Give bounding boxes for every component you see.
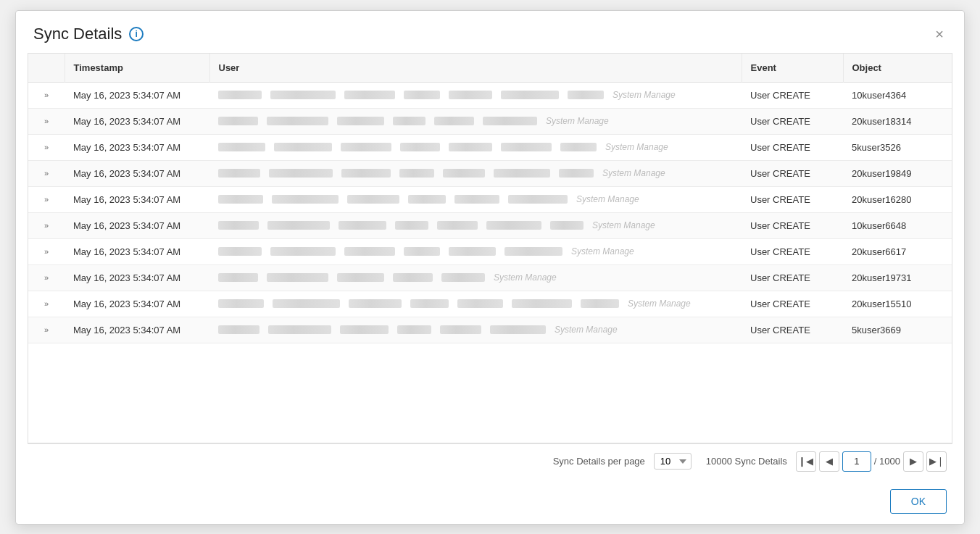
user-redacted: System Manage <box>218 325 733 335</box>
object-cell: 20kuser15510 <box>843 291 952 317</box>
next-page-button[interactable]: ▶ <box>903 451 923 472</box>
table-header-row: Timestamp User Event Object <box>28 54 952 83</box>
user-cell: System Manage <box>209 238 742 264</box>
dialog-body: Timestamp User Event Object »May 16, 202… <box>16 53 964 479</box>
per-page-label: Sync Details per page <box>553 456 645 467</box>
user-redacted: System Manage <box>218 142 733 152</box>
expand-cell[interactable]: » <box>28 82 65 108</box>
dialog-header: Sync Details i × <box>16 11 964 53</box>
table-row: »May 16, 2023 5:34:07 AMSystem ManageUse… <box>28 264 952 291</box>
col-header-user[interactable]: User <box>209 54 742 83</box>
timestamp-cell: May 16, 2023 5:34:07 AM <box>65 134 209 160</box>
table-row: »May 16, 2023 5:34:07 AMSystem ManageUse… <box>28 317 952 343</box>
expand-button[interactable]: » <box>37 195 56 204</box>
user-redacted: System Manage <box>218 220 733 230</box>
table-row: »May 16, 2023 5:34:07 AMSystem ManageUse… <box>28 212 952 238</box>
event-cell: User CREATE <box>742 317 843 343</box>
prev-page-button[interactable]: ◀ <box>819 451 839 472</box>
ok-button[interactable]: OK <box>890 489 947 514</box>
user-cell: System Manage <box>209 134 742 160</box>
user-cell: System Manage <box>209 264 742 291</box>
event-cell: User CREATE <box>742 264 843 291</box>
table-row: »May 16, 2023 5:34:07 AMSystem ManageUse… <box>28 186 952 212</box>
sync-details-table: Timestamp User Event Object »May 16, 202… <box>28 54 952 343</box>
expand-cell[interactable]: » <box>28 108 65 134</box>
expand-button[interactable]: » <box>37 169 56 178</box>
timestamp-cell: May 16, 2023 5:34:07 AM <box>65 108 209 134</box>
sync-details-dialog: Sync Details i × Timestamp User Event Ob… <box>15 10 965 525</box>
table-row: »May 16, 2023 5:34:07 AMSystem ManageUse… <box>28 108 952 134</box>
object-cell: 5kuser3526 <box>843 134 952 160</box>
event-cell: User CREATE <box>742 82 843 108</box>
expand-button[interactable]: » <box>37 143 56 151</box>
object-cell: 20kuser19849 <box>843 160 952 186</box>
info-icon[interactable]: i <box>129 27 144 41</box>
user-redacted: System Manage <box>218 272 733 283</box>
user-cell: System Manage <box>209 82 742 108</box>
table-row: »May 16, 2023 5:34:07 AMSystem ManageUse… <box>28 238 952 264</box>
expand-button[interactable]: » <box>37 247 56 256</box>
user-redacted: System Manage <box>218 194 733 204</box>
first-page-button[interactable]: ❙◀ <box>796 451 816 472</box>
timestamp-cell: May 16, 2023 5:34:07 AM <box>65 82 209 108</box>
col-header-object[interactable]: Object <box>843 54 952 83</box>
object-cell: 20kuser18314 <box>843 108 952 134</box>
expand-cell[interactable]: » <box>28 291 65 317</box>
per-page-select[interactable]: 10 20 50 100 <box>654 453 692 470</box>
pagination-controls: ❙◀ ◀ / 1000 ▶ ▶❘ <box>796 451 947 472</box>
expand-cell[interactable]: » <box>28 238 65 264</box>
user-cell: System Manage <box>209 186 742 212</box>
current-page-input[interactable] <box>842 451 871 472</box>
timestamp-cell: May 16, 2023 5:34:07 AM <box>65 291 209 317</box>
dialog-title: Sync Details i <box>33 25 144 43</box>
event-cell: User CREATE <box>742 108 843 134</box>
expand-button[interactable]: » <box>37 325 56 334</box>
close-button[interactable]: × <box>932 24 947 44</box>
expand-cell[interactable]: » <box>28 134 65 160</box>
col-header-event[interactable]: Event <box>742 54 843 83</box>
event-cell: User CREATE <box>742 134 843 160</box>
user-redacted: System Manage <box>218 299 733 309</box>
object-cell: 10kuser4364 <box>843 82 952 108</box>
col-header-timestamp[interactable]: Timestamp <box>65 54 209 83</box>
timestamp-cell: May 16, 2023 5:34:07 AM <box>65 264 209 291</box>
expand-button[interactable]: » <box>37 117 56 125</box>
user-redacted: System Manage <box>218 246 733 256</box>
table-container[interactable]: Timestamp User Event Object »May 16, 202… <box>28 53 952 443</box>
event-cell: User CREATE <box>742 291 843 317</box>
user-redacted: System Manage <box>218 90 733 100</box>
timestamp-cell: May 16, 2023 5:34:07 AM <box>65 317 209 343</box>
event-cell: User CREATE <box>742 160 843 186</box>
user-cell: System Manage <box>209 317 742 343</box>
expand-button[interactable]: » <box>37 91 56 99</box>
expand-cell[interactable]: » <box>28 212 65 238</box>
total-count: 10000 Sync Details <box>706 456 787 467</box>
user-cell: System Manage <box>209 108 742 134</box>
event-cell: User CREATE <box>742 238 843 264</box>
expand-cell[interactable]: » <box>28 160 65 186</box>
timestamp-cell: May 16, 2023 5:34:07 AM <box>65 212 209 238</box>
object-cell: 20kuser19731 <box>843 264 952 291</box>
expand-cell[interactable]: » <box>28 264 65 291</box>
user-redacted: System Manage <box>218 116 733 126</box>
object-cell: 20kuser16280 <box>843 186 952 212</box>
expand-cell[interactable]: » <box>28 317 65 343</box>
expand-cell[interactable]: » <box>28 186 65 212</box>
expand-button[interactable]: » <box>37 221 56 230</box>
timestamp-cell: May 16, 2023 5:34:07 AM <box>65 160 209 186</box>
table-row: »May 16, 2023 5:34:07 AMSystem ManageUse… <box>28 160 952 186</box>
table-row: »May 16, 2023 5:34:07 AMSystem ManageUse… <box>28 291 952 317</box>
last-page-button[interactable]: ▶❘ <box>926 451 947 472</box>
table-row: »May 16, 2023 5:34:07 AMSystem ManageUse… <box>28 134 952 160</box>
timestamp-cell: May 16, 2023 5:34:07 AM <box>65 186 209 212</box>
title-text: Sync Details <box>33 25 122 43</box>
expand-button[interactable]: » <box>37 273 56 282</box>
object-cell: 10kuser6648 <box>843 212 952 238</box>
dialog-footer: OK <box>16 479 964 524</box>
event-cell: User CREATE <box>742 186 843 212</box>
col-header-expand <box>28 54 65 83</box>
event-cell: User CREATE <box>742 212 843 238</box>
user-redacted: System Manage <box>218 168 733 178</box>
expand-button[interactable]: » <box>37 299 56 308</box>
table-row: »May 16, 2023 5:34:07 AMSystem ManageUse… <box>28 82 952 108</box>
